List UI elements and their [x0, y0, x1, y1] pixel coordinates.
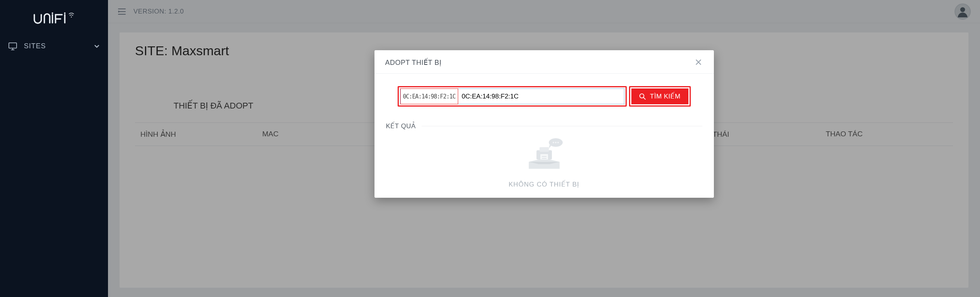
empty-state-text: KHÔNG CÓ THIẾT BỊ — [509, 180, 580, 188]
search-button-highlight: TÌM KIẾM — [629, 86, 690, 107]
sidebar: SITES — [0, 0, 108, 297]
svg-point-9 — [557, 142, 559, 143]
sidebar-item-sites[interactable]: SITES — [0, 37, 108, 56]
svg-point-8 — [555, 142, 557, 143]
divider — [422, 126, 702, 126]
svg-rect-3 — [9, 42, 17, 48]
empty-inbox-icon — [521, 137, 567, 173]
adopt-device-modal: ADOPT THIẾT BỊ 0C:EA:14:98:F2:1C — [374, 50, 714, 198]
svg-point-7 — [553, 142, 554, 143]
search-value-chip: 0C:EA:14:98:F2:1C — [400, 88, 459, 104]
search-button[interactable]: TÌM KIẾM — [631, 88, 688, 104]
main-area: VERSION: 1.2.0 SITE: Maxsmart THIẾT BỊ Đ… — [108, 0, 980, 297]
svg-rect-11 — [540, 147, 549, 152]
chevron-down-icon — [94, 44, 100, 49]
search-input[interactable] — [458, 89, 624, 104]
modal-title: ADOPT THIẾT BỊ — [385, 58, 442, 67]
svg-point-5 — [640, 93, 644, 98]
sidebar-item-label: SITES — [24, 42, 46, 50]
monitor-icon — [8, 42, 17, 50]
search-input-highlight: 0C:EA:14:98:F2:1C — [398, 86, 627, 107]
search-icon — [639, 93, 646, 100]
close-icon[interactable] — [694, 57, 703, 68]
svg-point-0 — [52, 12, 53, 14]
svg-point-2 — [71, 16, 72, 17]
search-button-label: TÌM KIẾM — [650, 92, 680, 100]
svg-point-1 — [64, 12, 66, 14]
brand-logo — [0, 0, 108, 37]
empty-state: KHÔNG CÓ THIẾT BỊ — [374, 137, 714, 188]
result-label: KẾT QUẢ — [386, 122, 416, 130]
